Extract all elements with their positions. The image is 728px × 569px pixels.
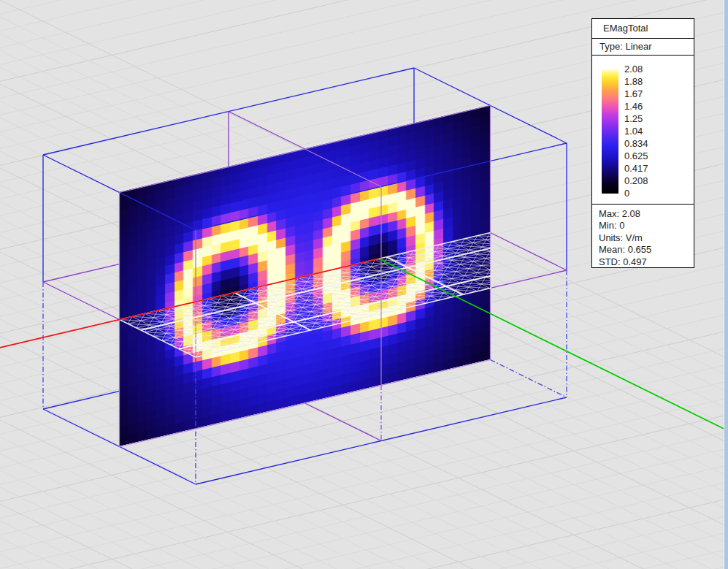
scale-label: 0.208	[624, 176, 668, 186]
scale-label: 0.834	[624, 139, 668, 149]
stat-line: STD: 0.497	[599, 256, 694, 268]
scale-label: 0.417	[624, 164, 668, 174]
scale-label: 1.88	[624, 77, 668, 87]
scale-label: 0.625	[624, 151, 668, 161]
stat-line: Units: V/m	[599, 232, 694, 244]
field-magnitude-slice	[119, 105, 490, 446]
x-axis	[0, 259, 379, 348]
fem-surface-mesh	[120, 233, 567, 358]
scale-label: 1.46	[624, 102, 668, 112]
y-axis	[379, 259, 725, 429]
scale-label: 1.25	[624, 114, 668, 124]
scale-label: 1.67	[624, 89, 668, 99]
viewport-right-border	[724, 0, 728, 569]
colorbar-scale-labels: 2.081.881.671.461.251.040.8340.6250.4170…	[624, 64, 668, 199]
stat-line: Max: 2.08	[599, 208, 694, 220]
legend-scale-type: Type: Linear	[592, 39, 694, 56]
legend-title: EMagTotal	[592, 19, 694, 39]
scale-label: 1.04	[624, 126, 668, 137]
3d-modeler-viewport[interactable]: EMagTotal Type: Linear 2.081.881.671.461…	[0, 0, 728, 569]
stat-line: Mean: 0.655	[599, 244, 694, 256]
scale-label: 0	[624, 188, 668, 199]
field-legend-panel: EMagTotal Type: Linear 2.081.881.671.461…	[591, 18, 694, 268]
colorbar-gradient	[602, 69, 618, 194]
legend-colorbar-section: 2.081.881.671.461.251.040.8340.6250.4170…	[592, 56, 694, 204]
scale-label: 2.08	[624, 64, 668, 75]
stat-line: Min: 0	[599, 220, 694, 232]
legend-statistics: Max: 2.08Min: 0Units: V/mMean: 0.655STD:…	[592, 204, 694, 268]
